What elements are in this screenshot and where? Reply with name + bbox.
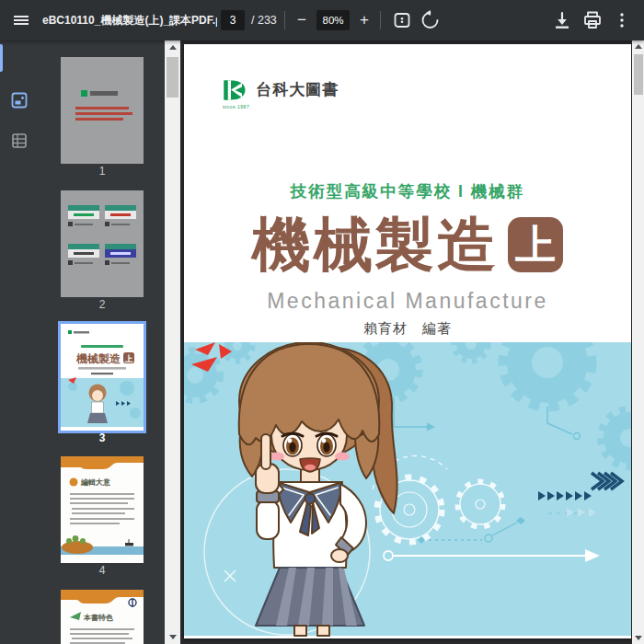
thumbnail-label-3: 3 [61, 431, 144, 445]
svg-text:機械製造: 機械製造 [75, 352, 121, 365]
pdf-viewer-window: eBC10110_機械製造(上)_課本PDF.pdf / 233 − 80% + [0, 0, 644, 644]
thumbnail-label-1: 1 [61, 164, 144, 178]
sidebar-scrollbar-thumb[interactable] [167, 57, 178, 98]
svg-text:編輯大意: 編輯大意 [80, 478, 111, 487]
publisher-tagline: since 1987 [223, 104, 249, 109]
mini-cover: 機械製造 上 [61, 324, 144, 431]
thumbnail-page-1[interactable] [61, 57, 144, 164]
book-subtitle: Mechanical Manufacture [184, 289, 631, 314]
tkd-logo-icon [223, 79, 247, 101]
thumbnail-page-2[interactable] [61, 190, 144, 297]
sidebar-scroll-down-icon[interactable] [165, 630, 180, 644]
main-scrollbar[interactable] [632, 40, 644, 644]
author-line: 賴育材 編著 [184, 320, 631, 338]
toolbar-divider [284, 11, 285, 29]
main-scroll-up-icon[interactable] [632, 40, 644, 52]
menu-icon[interactable] [9, 7, 33, 33]
thumbnails-view-icon [9, 90, 29, 110]
mini-page-5: 本書特色 [61, 590, 144, 644]
print-icon [581, 9, 604, 31]
thumbnail-sidebar: 1 2 機械製造 上 [0, 40, 165, 644]
book-title-row: 機械製造 上 [184, 210, 631, 280]
page-total-label: / 233 [251, 0, 277, 40]
download-button[interactable] [550, 7, 574, 33]
thumbnail-label-2: 2 [61, 297, 144, 312]
fit-page-button[interactable] [390, 7, 414, 33]
mini-logo [81, 90, 118, 97]
svg-text:本書特色: 本書特色 [83, 614, 113, 622]
pdf-page: since 1987 台科大圖書 技術型高級中等學校 I 機械群 機械製造 上 … [184, 44, 631, 638]
thumbnail-page-3[interactable]: 機械製造 上 [58, 321, 146, 433]
mini-page-4: 編輯大意 [61, 456, 144, 563]
cover-illustration [184, 342, 631, 638]
outline-view-icon [10, 132, 29, 150]
sidebar-scroll-up-icon[interactable] [165, 40, 180, 54]
active-view-indicator [0, 44, 3, 72]
publisher-logo: since 1987 台科大圖書 [223, 79, 339, 109]
series-label: 技術型高級中等學校 I 機械群 [184, 180, 631, 202]
main-scrollbar-thumb[interactable] [634, 54, 643, 95]
thumbnail-page-4[interactable]: 編輯大意 [61, 456, 144, 563]
print-button[interactable] [581, 7, 604, 33]
thumbnail-page-5[interactable]: 本書特色 [61, 590, 144, 644]
sidebar-scrollbar[interactable] [165, 40, 180, 644]
rotate-ccw-icon [419, 9, 441, 31]
zoom-level[interactable]: 80% [316, 10, 350, 30]
thumbnail-label-4: 4 [61, 563, 144, 578]
thumbnails-view-button[interactable] [7, 88, 31, 112]
toolbar-divider [380, 11, 381, 29]
more-options-icon[interactable] [610, 7, 634, 33]
outline-view-button[interactable] [7, 129, 31, 153]
rotate-button[interactable] [418, 7, 442, 33]
zoom-in-button[interactable]: + [352, 7, 376, 33]
document-title: eBC10110_機械製造(上)_課本PDF.pdf [42, 0, 217, 40]
main-scroll-down-icon[interactable] [632, 632, 644, 644]
toolbar: eBC10110_機械製造(上)_課本PDF.pdf / 233 − 80% + [0, 0, 644, 40]
page-number-input[interactable] [221, 10, 245, 30]
fit-page-icon [391, 9, 413, 31]
volume-badge: 上 [508, 217, 563, 272]
svg-text:上: 上 [124, 354, 133, 363]
publisher-name: 台科大圖書 [256, 79, 339, 101]
zoom-out-button[interactable]: − [290, 7, 314, 33]
download-icon [551, 9, 573, 31]
book-title: 機械製造 [252, 210, 499, 280]
